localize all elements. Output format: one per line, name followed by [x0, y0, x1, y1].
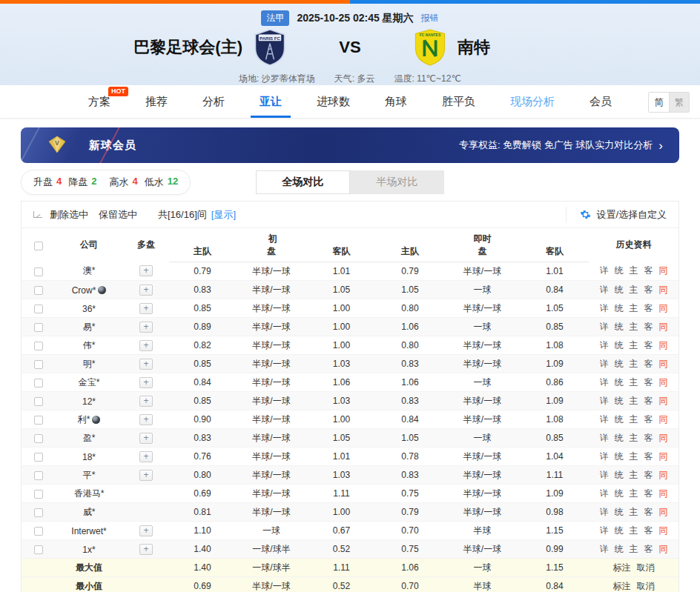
history-link[interactable]: 统 [615, 451, 624, 462]
lang-simplified-button[interactable]: 简 [649, 93, 669, 112]
history-link[interactable]: 详 [600, 525, 609, 536]
history-link[interactable]: 同 [659, 396, 668, 406]
history-link[interactable]: 客 [644, 414, 653, 425]
row-checkbox[interactable] [34, 379, 43, 388]
history-link[interactable]: 同 [659, 265, 668, 276]
history-link[interactable]: 主 [630, 396, 638, 406]
history-link[interactable]: 统 [615, 544, 624, 554]
history-link[interactable]: 客 [644, 340, 653, 350]
history-link[interactable]: 客 [644, 396, 653, 406]
nav-tab-2[interactable]: 分析 [202, 85, 225, 118]
row-checkbox[interactable] [34, 508, 43, 517]
history-link[interactable]: 主 [630, 322, 638, 332]
history-link[interactable]: 详 [600, 265, 609, 276]
row-checkbox[interactable] [34, 397, 43, 406]
history-link[interactable]: 统 [615, 470, 624, 480]
history-link[interactable]: 同 [659, 433, 668, 443]
history-link[interactable]: 客 [644, 488, 653, 499]
history-link[interactable]: 同 [659, 303, 668, 313]
history-link[interactable]: 统 [615, 414, 624, 425]
history-link[interactable]: 详 [600, 451, 609, 462]
history-link[interactable]: 同 [659, 414, 668, 425]
keep-selected-button[interactable]: 保留选中 [99, 208, 137, 222]
history-link[interactable]: 同 [659, 359, 668, 369]
history-link[interactable]: 同 [659, 340, 668, 350]
full-match-tab[interactable]: 全场对比 [256, 170, 350, 194]
lang-traditional-button[interactable]: 繁 [669, 93, 689, 112]
history-link[interactable]: 统 [615, 322, 624, 332]
history-link[interactable]: 同 [659, 544, 668, 554]
history-link[interactable]: 客 [644, 265, 653, 276]
multi-odds-button[interactable]: + [139, 396, 153, 407]
multi-odds-button[interactable]: + [139, 285, 153, 296]
show-link[interactable]: [显示] [211, 208, 236, 222]
history-link[interactable]: 详 [600, 359, 609, 369]
row-checkbox[interactable] [34, 267, 43, 276]
history-link[interactable]: 详 [600, 544, 609, 554]
history-link[interactable]: 统 [615, 507, 624, 517]
history-link[interactable]: 详 [600, 303, 609, 313]
history-link[interactable]: 主 [630, 525, 638, 536]
history-link[interactable]: 主 [630, 377, 638, 388]
history-link[interactable]: 统 [615, 377, 624, 388]
history-link[interactable]: 同 [659, 488, 668, 499]
history-link[interactable]: 详 [600, 340, 609, 350]
history-link[interactable]: 详 [600, 396, 609, 406]
history-link[interactable]: 客 [644, 359, 653, 369]
row-checkbox[interactable] [34, 527, 43, 536]
history-link[interactable]: 主 [630, 470, 638, 480]
history-link[interactable]: 同 [659, 322, 668, 332]
history-link[interactable]: 同 [659, 451, 668, 462]
row-checkbox[interactable] [34, 453, 43, 462]
nav-tab-5[interactable]: 角球 [385, 85, 407, 118]
row-checkbox[interactable] [34, 434, 43, 443]
multi-odds-button[interactable]: + [139, 359, 153, 370]
history-link[interactable]: 客 [644, 433, 653, 443]
multi-odds-button[interactable]: + [139, 303, 153, 314]
report-error-link[interactable]: 报错 [421, 12, 439, 24]
history-link[interactable]: 详 [600, 377, 609, 388]
history-link[interactable]: 同 [659, 525, 668, 536]
history-link[interactable]: 客 [644, 525, 653, 536]
settings-customize-link[interactable]: 设置/选择自定义 [596, 208, 667, 222]
history-link[interactable]: 统 [615, 265, 624, 276]
history-link[interactable]: 统 [615, 285, 624, 295]
history-link[interactable]: 同 [659, 470, 668, 480]
multi-odds-button[interactable]: + [139, 525, 153, 536]
multi-odds-button[interactable]: + [139, 377, 153, 388]
row-checkbox[interactable] [34, 286, 43, 295]
multi-odds-button[interactable]: + [139, 451, 153, 462]
history-link[interactable]: 客 [644, 285, 653, 295]
history-link[interactable]: 主 [630, 359, 638, 369]
half-match-tab[interactable]: 半场对比 [350, 170, 444, 194]
history-link[interactable]: 详 [600, 507, 609, 517]
history-link[interactable]: 统 [615, 433, 624, 443]
nav-tab-6[interactable]: 胜平负 [442, 85, 475, 118]
history-link[interactable]: 统 [615, 396, 624, 406]
history-link[interactable]: 客 [644, 507, 653, 517]
summary-link[interactable]: 取消 [637, 562, 655, 573]
row-checkbox[interactable] [34, 416, 43, 425]
history-link[interactable]: 主 [630, 414, 638, 425]
row-checkbox[interactable] [34, 323, 43, 332]
row-checkbox[interactable] [34, 471, 43, 480]
history-link[interactable]: 同 [659, 285, 668, 295]
nav-tab-7[interactable]: 现场分析 [510, 85, 555, 118]
history-link[interactable]: 详 [600, 470, 609, 480]
nav-tab-1[interactable]: 推荐 [145, 85, 168, 118]
row-checkbox[interactable] [34, 342, 43, 350]
history-link[interactable]: 客 [644, 544, 653, 554]
multi-odds-button[interactable]: + [139, 414, 153, 425]
history-link[interactable]: 统 [615, 340, 624, 350]
history-link[interactable]: 同 [659, 507, 668, 517]
nav-tab-3[interactable]: 亚让 [260, 85, 282, 118]
history-link[interactable]: 主 [630, 433, 638, 443]
select-all-checkbox[interactable] [34, 242, 43, 250]
multi-odds-button[interactable]: + [139, 470, 153, 481]
history-link[interactable]: 主 [630, 544, 638, 554]
history-link[interactable]: 统 [615, 525, 624, 536]
summary-link[interactable]: 标注 [613, 562, 631, 573]
row-checkbox[interactable] [34, 305, 43, 313]
nav-tab-4[interactable]: 进球数 [317, 85, 350, 118]
summary-link[interactable]: 取消 [637, 581, 655, 591]
